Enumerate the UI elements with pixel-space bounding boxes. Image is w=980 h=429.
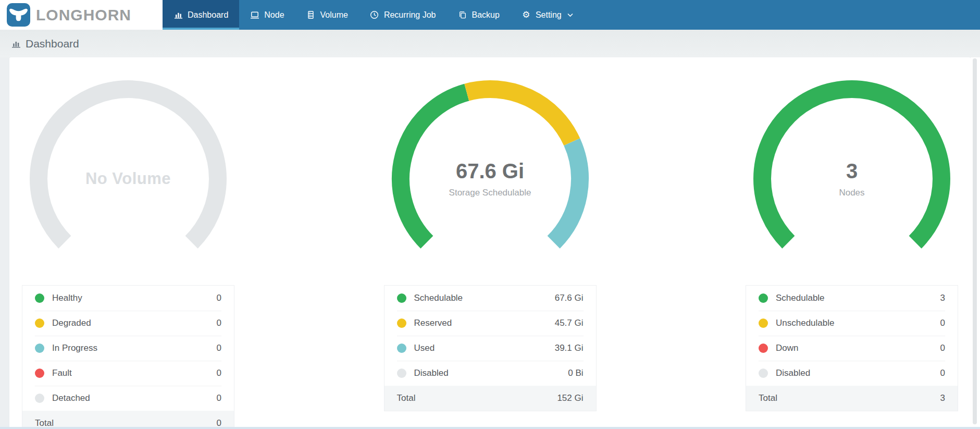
legend-row: Down 0: [746, 336, 958, 361]
nav-item-dashboard[interactable]: Dashboard: [163, 0, 239, 30]
legend-value: 3: [940, 293, 945, 303]
legend-value: 0: [217, 343, 221, 353]
status-dot: [35, 293, 44, 303]
legend-value: 0: [940, 318, 945, 328]
legend-row: Disabled 0 Bi: [384, 361, 596, 386]
legend-label: Unschedulable: [776, 318, 940, 328]
nav-items: Dashboard Node Volume Recurring Job Back…: [163, 0, 584, 30]
volume-server-icon: [306, 10, 316, 20]
legend-label: Healthy: [52, 293, 217, 303]
legend-value: 0: [940, 343, 945, 353]
legend-label: Schedulable: [776, 293, 940, 303]
legend-value: 0: [217, 293, 221, 303]
total-value: 3: [940, 393, 945, 403]
brand-area[interactable]: LONGHORN: [0, 0, 163, 30]
legend-row: Schedulable 67.6 Gi: [384, 286, 596, 311]
status-dot: [35, 394, 44, 403]
legend-table: Schedulable 67.6 Gi Reserved 45.7 Gi Use…: [384, 285, 597, 411]
legend-total-row: Total 3: [746, 386, 958, 411]
clock-icon: [370, 10, 379, 20]
status-dot: [397, 293, 406, 303]
legend-label: Reserved: [414, 318, 555, 328]
dashboard-panel: No Volume Healthy 0 Degraded 0 In Progre…: [22, 79, 234, 429]
legend-value: 39.1 Gi: [555, 343, 584, 353]
bar-chart-icon: [173, 10, 183, 20]
gauge-donut-chart: 67.6 Gi Storage Schedulable: [390, 79, 590, 279]
gauge-arc: [390, 79, 590, 279]
dashboard-panel: 67.6 Gi Storage Schedulable Schedulable …: [384, 79, 597, 429]
chevron-down-icon: [567, 13, 573, 17]
legend-row: Fault 0: [22, 361, 234, 386]
gauge-arc: [28, 79, 228, 279]
nav-item-label: Volume: [320, 10, 348, 20]
status-dot: [397, 344, 406, 353]
legend-total-row: Total 0: [22, 411, 234, 429]
page-title: Dashboard: [26, 38, 79, 50]
backup-copy-icon: [458, 10, 467, 20]
legend-label: Disabled: [414, 368, 568, 378]
legend-label: Schedulable: [414, 293, 555, 303]
legend-value: 0 Bi: [568, 368, 583, 378]
legend-value: 0: [940, 368, 945, 378]
nav-item-recurring-job[interactable]: Recurring Job: [359, 0, 447, 30]
legend-label: Detached: [52, 393, 217, 403]
dashboard-panel: 3 Nodes Schedulable 3 Unschedulable 0 Do…: [746, 79, 958, 429]
laptop-icon: [250, 10, 259, 20]
legend-value: 45.7 Gi: [555, 318, 584, 328]
legend-label: Disabled: [776, 368, 940, 378]
legend-label: Fault: [52, 368, 217, 378]
gear-icon: ⚙: [522, 10, 531, 20]
nav-item-label: Dashboard: [188, 10, 228, 20]
legend-row: Used 39.1 Gi: [384, 336, 596, 361]
nav-item-label: Setting: [536, 10, 562, 20]
scrollbar-thumb[interactable]: [973, 58, 977, 424]
legend-value: 67.6 Gi: [555, 293, 584, 303]
total-label: Total: [397, 393, 557, 403]
legend-value: 0: [217, 393, 221, 403]
brand-name: LONGHORN: [36, 6, 131, 24]
nav-item-setting[interactable]: ⚙ Setting: [511, 0, 584, 30]
nav-item-label: Node: [264, 10, 284, 20]
legend-label: Down: [776, 343, 940, 353]
navbar: LONGHORN Dashboard Node Volume Recurring…: [0, 0, 980, 30]
legend-label: In Progress: [52, 343, 217, 353]
page-title-bar-chart-icon: [11, 39, 21, 48]
legend-label: Degraded: [52, 318, 217, 328]
legend-row: Detached 0: [22, 386, 234, 411]
status-dot: [35, 344, 44, 353]
legend-total-row: Total 152 Gi: [384, 386, 596, 411]
dashboard-card: No Volume Healthy 0 Degraded 0 In Progre…: [9, 57, 971, 429]
legend-row: Reserved 45.7 Gi: [384, 311, 596, 336]
nav-item-backup[interactable]: Backup: [447, 0, 511, 30]
bottom-edge-strip: [0, 427, 980, 429]
legend-value: 0: [217, 368, 221, 378]
status-dot: [35, 369, 44, 378]
legend-row: Healthy 0: [22, 286, 234, 311]
gauge-arc: [752, 79, 952, 279]
status-dot: [397, 318, 406, 328]
gauge-donut-chart: 3 Nodes: [752, 79, 952, 279]
legend-value: 0: [217, 318, 221, 328]
legend-label: Used: [414, 343, 555, 353]
page-header: Dashboard: [0, 30, 980, 57]
status-dot: [397, 369, 406, 378]
total-value: 152 Gi: [557, 393, 583, 403]
legend-row: Degraded 0: [22, 311, 234, 336]
gauge-donut-chart: No Volume: [28, 79, 228, 279]
status-dot: [759, 344, 768, 353]
legend-row: Disabled 0: [746, 361, 958, 386]
nav-item-node[interactable]: Node: [239, 0, 295, 30]
status-dot: [35, 318, 44, 328]
nav-item-label: Backup: [472, 10, 500, 20]
legend-table: Schedulable 3 Unschedulable 0 Down 0 Dis…: [746, 285, 958, 411]
panels-row: No Volume Healthy 0 Degraded 0 In Progre…: [9, 57, 971, 429]
legend-row: In Progress 0: [22, 336, 234, 361]
nav-item-volume[interactable]: Volume: [295, 0, 359, 30]
status-dot: [759, 369, 768, 378]
status-dot: [759, 318, 768, 328]
legend-table: Healthy 0 Degraded 0 In Progress 0 Fault…: [22, 285, 234, 429]
legend-row: Schedulable 3: [746, 286, 958, 311]
scrollbar-track: [971, 57, 980, 429]
nav-item-label: Recurring Job: [384, 10, 436, 20]
status-dot: [759, 293, 768, 303]
